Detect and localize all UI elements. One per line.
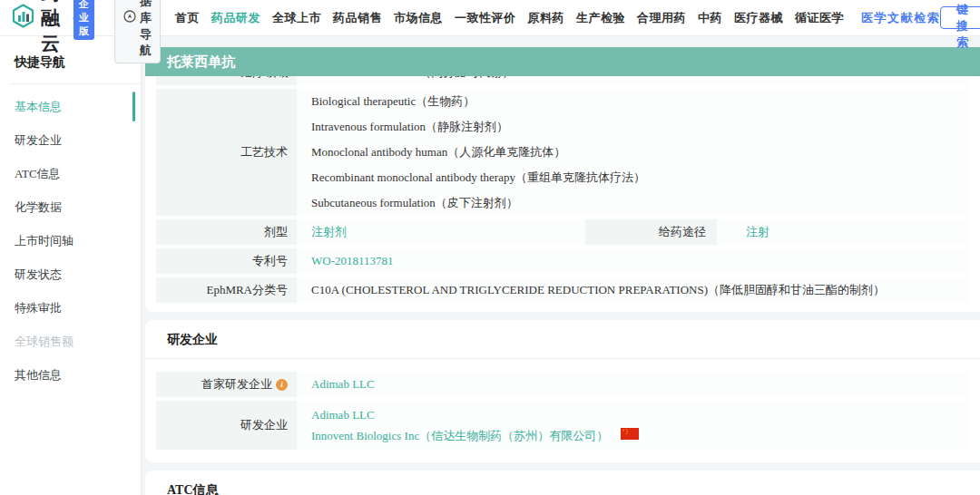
nav-item-medical-devices[interactable]: 医疗器械: [734, 10, 783, 26]
database-nav-label: 数据库导航: [140, 0, 152, 59]
row-first-rd-company: 首家研发企业 i Adimab LLC: [156, 372, 969, 397]
tech-value-line: Subcutaneous formulation（皮下注射剂）: [311, 190, 645, 216]
row-dosage-form: 剂型 注射剂 给药途径 注射: [156, 219, 969, 245]
sidebar-item-basic-info[interactable]: 基本信息: [0, 90, 141, 123]
sidebar-item-label: 其他信息: [15, 368, 62, 382]
china-flag-icon: [621, 428, 639, 444]
nav-item-tcm[interactable]: 中药: [698, 10, 722, 26]
sidebar-item-rd-status[interactable]: 研发状态: [0, 257, 141, 291]
sidebar-item-label: 化学数据: [15, 200, 62, 214]
field-label: 剂型: [156, 219, 297, 245]
field-label: 研发企业: [156, 401, 297, 450]
sidebar-item-label: 上市时间轴: [15, 234, 74, 248]
logo[interactable]: 药融云 企业版: [11, 0, 94, 56]
page-body: 快捷导航 基本信息 研发企业 ATC信息 化学数据 上市时间轴 研发状态 特殊审…: [0, 36, 980, 495]
nav-item-drug-rd[interactable]: 药品研发: [211, 10, 260, 26]
tech-value-line: Recombinant monoclonal antibody therapy（…: [311, 165, 645, 190]
sidebar-item-label: 基本信息: [15, 100, 62, 113]
main-nav: 首页 药品研发 全球上市 药品销售 市场信息 一致性评价 原料药 生产检验 合理…: [175, 10, 940, 26]
nav-item-drug-sales[interactable]: 药品销售: [333, 10, 382, 26]
ephmra-value: C10A (CHOLESTEROL AND TRIGLYCERIDE REDUC…: [297, 277, 894, 303]
compass-icon: [123, 10, 136, 25]
sidebar-item-launch-timeline[interactable]: 上市时间轴: [0, 224, 141, 257]
company-link-adimab[interactable]: Adimab LLC: [311, 376, 375, 393]
nav-item-global-launch[interactable]: 全球上市: [272, 10, 321, 26]
sidebar-item-label: 特殊审批: [15, 301, 62, 315]
rd-companies-card: 研发企业 首家研发企业 i Adimab LLC 研发企业 Adimab LLC: [145, 320, 980, 462]
company-link-adimab[interactable]: Adimab LLC: [311, 404, 639, 425]
atc-info-card: ATC信息: [145, 471, 980, 495]
field-label: 专利号: [156, 248, 297, 274]
drug-title: 托莱西单抗: [167, 53, 235, 71]
field-label: 治疗领域: [156, 76, 297, 85]
nav-item-api[interactable]: 原料药: [528, 10, 565, 26]
quick-search: 一键搜索: [940, 6, 980, 29]
nav-item-market-info[interactable]: 市场信息: [394, 10, 443, 26]
row-ephmra-class: EphMRA分类号 C10A (CHOLESTEROL AND TRIGLYCE…: [156, 277, 969, 303]
row-process-technology: 工艺技术 Biological therapeutic（生物药） Intrave…: [156, 89, 969, 216]
nav-item-literature-search[interactable]: 医学文献检索: [861, 10, 940, 26]
company-link-innovent[interactable]: Innovent Biologics Inc（信达生物制药（苏州）有限公司）: [311, 425, 608, 446]
sidebar-item-rd-companies[interactable]: 研发企业: [0, 123, 141, 157]
tech-value-line: Biological therapeutic（生物药）: [311, 89, 645, 114]
main-content: 托莱西单抗 治疗领域 Endocrine/Metabolism（内分泌与代谢） …: [142, 36, 980, 495]
sidebar-item-label: ATC信息: [15, 167, 61, 180]
basic-info-card: 托莱西单抗 治疗领域 Endocrine/Metabolism（内分泌与代谢） …: [145, 47, 980, 312]
sidebar-item-chemical-data[interactable]: 化学数据: [0, 190, 141, 224]
sidebar-item-label: 全球销售额: [15, 335, 74, 348]
section-title-atc-info: ATC信息: [145, 471, 980, 495]
sidebar-item-global-sales: 全球销售额: [0, 325, 141, 358]
section-title-rd-companies: 研发企业: [145, 320, 980, 359]
field-label: 给药途径: [585, 219, 717, 245]
sidebar-item-label: 研发企业: [15, 133, 62, 147]
logo-hexagon-chart-icon: [11, 4, 35, 32]
row-patent-number: 专利号 WO-2018113781: [156, 248, 969, 274]
field-label: 工艺技术: [156, 89, 297, 216]
nav-item-consistency-eval[interactable]: 一致性评价: [455, 10, 516, 26]
active-indicator-bar: [132, 92, 135, 121]
field-value: Biological therapeutic（生物药） Intravenous …: [297, 89, 654, 216]
admin-route-link[interactable]: 注射: [746, 224, 769, 240]
top-navbar: 药融云 企业版 数据库导航 首页 药品研发 全球上市 药品销售 市场信息 一致性…: [0, 0, 980, 36]
quick-search-button[interactable]: 一键搜索: [940, 6, 980, 29]
patent-number-link[interactable]: WO-2018113781: [311, 253, 394, 269]
database-nav-button[interactable]: 数据库导航: [114, 0, 161, 63]
enterprise-badge: 企业版: [74, 0, 94, 40]
field-label: 首家研发企业 i: [156, 372, 297, 397]
sidebar-item-label: 研发状态: [15, 267, 62, 281]
drug-title-bar: 托莱西单抗: [145, 47, 980, 76]
field-value: Endocrine/Metabolism（内分泌与代谢）: [297, 76, 523, 85]
clipped-row-therapy-area: 治疗领域 Endocrine/Metabolism（内分泌与代谢）: [156, 76, 969, 85]
dosage-form-link[interactable]: 注射剂: [311, 224, 347, 240]
nav-item-home[interactable]: 首页: [175, 10, 200, 26]
quick-nav-sidebar: 快捷导航 基本信息 研发企业 ATC信息 化学数据 上市时间轴 研发状态 特殊审…: [0, 36, 142, 495]
sidebar-item-other-info[interactable]: 其他信息: [0, 358, 141, 392]
tech-value-line: Monoclonal antibody human（人源化单克隆抗体）: [311, 140, 645, 165]
sidebar-item-special-approval[interactable]: 特殊审批: [0, 291, 141, 325]
nav-item-evidence-based[interactable]: 循证医学: [795, 10, 844, 26]
field-label: EphMRA分类号: [156, 277, 297, 303]
nav-item-rational-use[interactable]: 合理用药: [637, 10, 686, 26]
first-company-label: 首家研发企业: [201, 376, 272, 393]
row-rd-companies: 研发企业 Adimab LLC Innovent Biologics Inc（信…: [156, 401, 969, 450]
tech-value-line: Intravenous formulation（静脉注射剂）: [311, 114, 645, 140]
logo-text: 药融云: [41, 0, 61, 56]
info-icon[interactable]: i: [276, 379, 288, 391]
sidebar-item-atc-info[interactable]: ATC信息: [0, 157, 141, 190]
nav-item-production-inspection[interactable]: 生产检验: [576, 10, 625, 26]
